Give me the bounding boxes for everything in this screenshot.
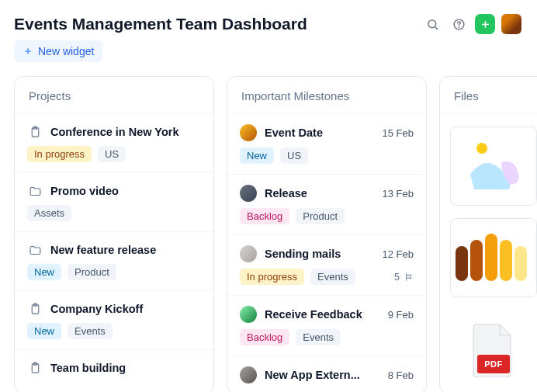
milestone-title: Receive Feedback	[265, 308, 380, 321]
svg-rect-17	[485, 234, 497, 281]
status-badge: In progress	[240, 269, 304, 285]
milestone-title: New App Extern...	[265, 369, 380, 381]
milestone-title: Event Date	[265, 127, 375, 139]
milestone-date: 8 Feb	[388, 369, 414, 381]
milestone-item[interactable]: Event Date 15 Feb New US	[227, 114, 426, 175]
svg-rect-15	[456, 246, 468, 281]
assignee-avatar	[240, 185, 257, 202]
page-title: Events Management Team Dashboard	[14, 15, 307, 33]
svg-point-3	[459, 26, 459, 27]
files-card: Files PDF	[439, 76, 537, 392]
clipboard-icon	[27, 124, 43, 140]
assignee-avatar	[240, 306, 257, 323]
milestone-date: 15 Feb	[383, 127, 414, 139]
tag: Product	[296, 208, 345, 224]
status-badge: Backlog	[240, 329, 289, 345]
assignee-avatar	[240, 124, 257, 141]
milestone-date: 9 Feb	[388, 309, 414, 321]
status-badge: In progress	[27, 146, 92, 162]
svg-point-0	[428, 19, 435, 27]
milestones-card: Important Milestones Event Date 15 Feb N…	[227, 76, 427, 392]
project-title: Conference in New York	[50, 126, 201, 138]
tag: Events	[296, 329, 341, 345]
milestone-date: 13 Feb	[383, 188, 414, 199]
tag: US	[98, 146, 126, 162]
new-widget-label: New widget	[38, 45, 94, 57]
status-badge: Backlog	[240, 208, 289, 224]
tag: Events	[68, 323, 113, 339]
milestone-item[interactable]: Receive Feedback 9 Feb Backlog Events	[227, 296, 426, 356]
status-badge: New	[27, 323, 61, 339]
milestones-header: Important Milestones	[227, 77, 426, 114]
svg-rect-19	[514, 246, 527, 281]
add-button[interactable]	[475, 14, 495, 34]
file-thumbnail[interactable]	[450, 218, 537, 297]
tag: Events	[310, 269, 355, 285]
status-badge: New	[27, 264, 61, 280]
milestone-title: Sending mails	[265, 248, 375, 260]
projects-header: Projects	[15, 77, 213, 114]
clipboard-icon	[27, 301, 43, 317]
project-title: Promo video	[50, 185, 201, 197]
project-title: New feature release	[50, 244, 201, 256]
tag: Product	[68, 264, 116, 280]
milestone-item[interactable]: Sending mails 12 Feb In progress Events …	[227, 235, 426, 296]
help-icon[interactable]	[449, 14, 469, 34]
header-actions	[422, 14, 521, 34]
assignee-avatar	[240, 245, 257, 262]
subtask-count: 5	[394, 272, 414, 283]
milestone-item[interactable]: New App Extern... 8 Feb	[227, 356, 426, 392]
files-header: Files	[440, 77, 537, 114]
milestone-title: Release	[265, 187, 375, 199]
tag: US	[280, 147, 308, 164]
status-badge: New	[240, 147, 274, 164]
assignee-avatar	[240, 366, 257, 383]
folder-icon	[27, 183, 43, 199]
svg-rect-16	[470, 240, 483, 281]
user-avatar[interactable]	[501, 14, 521, 34]
project-item[interactable]: New feature release New Product	[15, 232, 213, 291]
svg-point-14	[476, 143, 487, 154]
project-item[interactable]: Conference in New York In progress US	[15, 114, 213, 173]
folder-icon	[27, 242, 43, 258]
svg-line-1	[435, 26, 437, 29]
milestone-item[interactable]: Release 13 Feb Backlog Product	[227, 175, 426, 235]
new-widget-button[interactable]: New widget	[14, 40, 102, 62]
project-title: Company Kickoff	[50, 303, 201, 315]
project-title: Team building	[50, 362, 201, 374]
tag: Assets	[27, 205, 71, 221]
file-thumbnail[interactable]: PDF	[450, 310, 537, 389]
project-item[interactable]: Team building	[15, 350, 213, 386]
project-item[interactable]: Company Kickoff New Events	[15, 291, 213, 350]
search-icon[interactable]	[422, 14, 442, 34]
milestone-date: 12 Feb	[383, 248, 414, 260]
project-item[interactable]: Promo video Assets	[15, 173, 213, 232]
projects-card: Projects Conference in New York In progr…	[14, 76, 214, 392]
svg-rect-18	[500, 240, 512, 281]
clipboard-icon	[27, 360, 43, 376]
file-thumbnail[interactable]	[450, 127, 537, 206]
pdf-badge: PDF	[477, 355, 510, 373]
